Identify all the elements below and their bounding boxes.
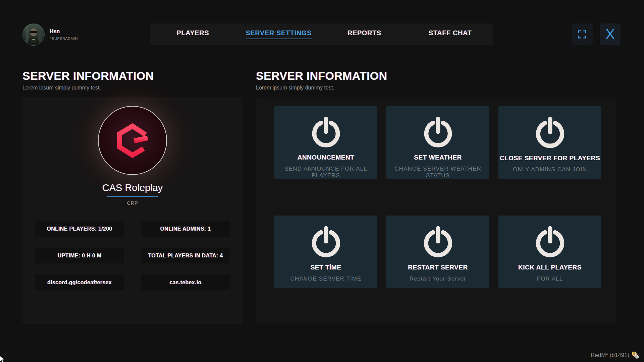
user-block: Hsn #SUPERADMIN [22, 23, 78, 46]
left-section-subtitle: Lorem ipsum simply dummy test. [22, 85, 154, 91]
server-stats-grid: ONLINE PLAYERS: 1/200 ONLINE ADMINS: 1 U… [35, 221, 230, 290]
action-card-announcement[interactable]: ANNOUNCEMENT SEND ANNOUNCE FOR ALL PLAYE… [274, 106, 377, 179]
power-icon [308, 224, 344, 260]
nav-tab-staff-chat[interactable]: STAFF CHAT [407, 23, 493, 45]
action-subtitle: CHANGE SERVER TIME [290, 276, 362, 282]
action-title: KICK ALL PLAYERS [518, 264, 582, 271]
power-icon [532, 114, 568, 150]
redm-build-label: RedM* (b1491) [591, 352, 629, 359]
nav-tab-reports[interactable]: REPORTS [322, 23, 408, 45]
action-subtitle: FOR ALL [537, 276, 563, 282]
server-info-panel: CAS Roleplay CRP ONLINE PLAYERS: 1/200 O… [22, 97, 243, 324]
power-icon [532, 224, 568, 260]
close-x-icon: X [605, 26, 615, 42]
avatar-image-icon [23, 24, 44, 45]
action-subtitle: SEND ANNOUNCE FOR ALL PLAYERS [274, 166, 377, 179]
action-subtitle: CHANGE SERVER WEATHER STATUS [386, 166, 489, 179]
server-logo [98, 106, 167, 175]
action-card-kick-all[interactable]: KICK ALL PLAYERS FOR ALL [498, 216, 601, 288]
action-title: RESTART SERVER [408, 264, 468, 271]
server-tag: CRP [127, 200, 138, 206]
stat-tebex-link[interactable]: cas.tebex.io [141, 275, 230, 290]
stat-online-admins: ONLINE ADMINS: 1 [141, 221, 230, 237]
cas-hexagon-logo-icon [112, 120, 153, 161]
action-card-close-server[interactable]: CLOSE SERVER FOR PLAYERS ONLY ADMINS CAN… [498, 106, 601, 179]
left-section-title: SERVER INFORMATION [22, 69, 154, 82]
close-button[interactable]: X [600, 23, 621, 45]
fullscreen-button[interactable] [572, 23, 593, 45]
stat-total-players: TOTAL PLAYERS IN DATA: 4 [141, 248, 230, 263]
right-section-header: SERVER INFORMATION Lorem ipsum simply du… [256, 69, 387, 91]
nav-tab-players[interactable]: PLAYERS [150, 23, 236, 45]
power-icon [420, 114, 456, 150]
action-title: SET TİME [311, 264, 341, 271]
mouse-cursor-icon [0, 356, 5, 362]
action-title: SET WEATHER [414, 154, 462, 161]
right-section-subtitle: Lorem ipsum simply dummy test. [256, 85, 387, 91]
right-section-title: SERVER INFORMATION [256, 69, 387, 82]
avatar [22, 23, 45, 46]
action-card-set-time[interactable]: SET TİME CHANGE SERVER TIME [274, 216, 377, 288]
power-icon [308, 114, 344, 150]
action-subtitle: Restart Your Server [410, 276, 466, 282]
stat-online-players: ONLINE PLAYERS: 1/200 [35, 221, 124, 237]
power-icon [420, 224, 456, 260]
burrito-emoji-icon: 🌯 [631, 351, 639, 359]
action-card-restart-server[interactable]: RESTART SERVER Restart Your Server [386, 216, 489, 288]
redm-watermark: RedM* (b1491) 🌯 [591, 351, 639, 359]
action-subtitle: ONLY ADMINS CAN JOIN [513, 166, 587, 173]
server-actions-panel: ANNOUNCEMENT SEND ANNOUNCE FOR ALL PLAYE… [256, 97, 616, 324]
nav-tab-server-settings[interactable]: SERVER SETTINGS [236, 23, 322, 45]
action-title: ANNOUNCEMENT [298, 154, 355, 161]
fullscreen-corner-brackets-icon [578, 30, 587, 39]
left-section-header: SERVER INFORMATION Lorem ipsum simply du… [22, 69, 154, 91]
user-role-badge: #SUPERADMIN [50, 37, 78, 41]
server-name: CAS Roleplay [102, 182, 163, 193]
user-info: Hsn #SUPERADMIN [50, 28, 78, 41]
user-name: Hsn [50, 28, 78, 35]
server-name-underline [107, 196, 158, 197]
stat-discord-link[interactable]: discord.gg/codeaftersex [35, 275, 124, 290]
action-title: CLOSE SERVER FOR PLAYERS [500, 155, 600, 162]
action-card-set-weather[interactable]: SET WEATHER CHANGE SERVER WEATHER STATUS [386, 106, 489, 179]
main-nav: PLAYERS SERVER SETTINGS REPORTS STAFF CH… [150, 23, 493, 45]
stat-uptime: UPTIME: 0 H 0 M [35, 248, 124, 263]
